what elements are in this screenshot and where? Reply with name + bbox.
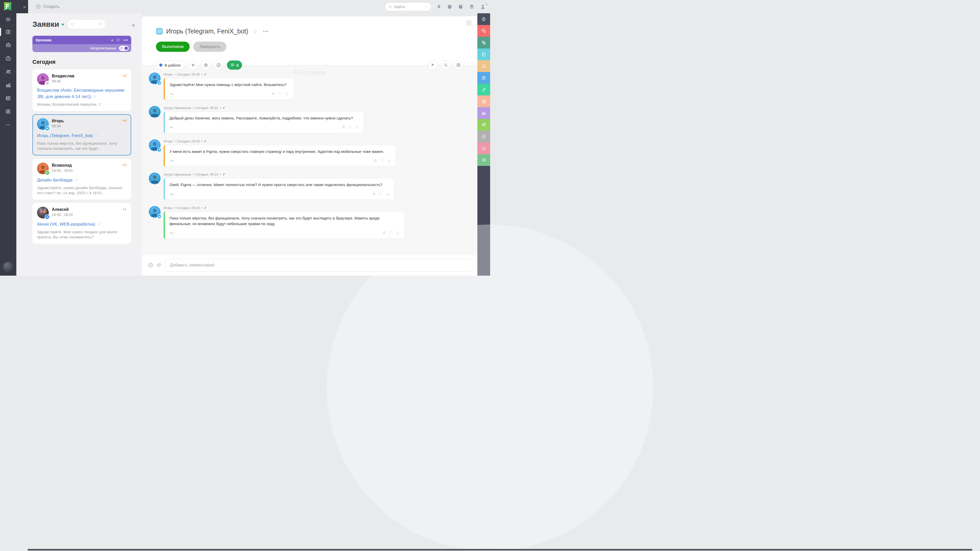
request-preview: Здравствуйте. Мне нужен лендинг для моег…: [37, 229, 127, 240]
heart-icon[interactable]: ♡: [389, 230, 393, 236]
message-time: Сегодня, 09:33: [195, 173, 218, 176]
heart-icon[interactable]: ♡: [379, 192, 383, 197]
user-avatar[interactable]: [3, 262, 13, 272]
reply-icon[interactable]: [170, 92, 174, 97]
expand-sidebar-icon[interactable]: »: [23, 3, 25, 10]
app-logo-icon[interactable]: [3, 2, 12, 11]
reply-icon[interactable]: [170, 231, 174, 235]
unread-label: Непрочитанные: [90, 46, 116, 50]
message: Игорь•Сегодня, 09:33•✓ У меня есть макет…: [149, 139, 477, 167]
request-time: 14-04 , 16:22: [52, 213, 73, 217]
comment-icon: [231, 63, 235, 67]
message-bubble: Здравствуйте! Мне нужна помощь с вёрстко…: [164, 78, 294, 100]
chronicle-more-icon[interactable]: •••: [123, 38, 128, 42]
deal-icon[interactable]: [201, 60, 211, 70]
pin-icon[interactable]: [371, 192, 376, 197]
layers-icon[interactable]: [469, 4, 474, 10]
request-link[interactable]: Дизайн билборда: [37, 178, 73, 183]
star-icon[interactable]: ☆: [253, 28, 258, 35]
panel-title-dropdown[interactable]: Заявки: [32, 20, 64, 29]
request-time: 09:40: [52, 79, 74, 83]
attach-icon[interactable]: [157, 263, 162, 268]
check-circle-icon[interactable]: [214, 60, 223, 70]
svg-text:?: ?: [460, 5, 461, 8]
avatar: [37, 163, 49, 174]
profile-icon[interactable]: 1: [480, 4, 485, 10]
panel-title: Заявки: [32, 20, 59, 29]
message-author: Артур Афанасьев: [164, 173, 191, 176]
message-time: Сегодня, 09:33: [177, 139, 200, 143]
filter-icon[interactable]: [99, 22, 103, 26]
scan-list-icon[interactable]: [116, 38, 120, 42]
help-icon[interactable]: ?: [458, 4, 463, 10]
add-icon[interactable]: [148, 262, 153, 268]
pin-icon[interactable]: [373, 159, 377, 163]
close-icon[interactable]: [466, 20, 472, 26]
message-bubble: Пока только вёрстка, без функционала. Хо…: [164, 211, 405, 239]
star-icon[interactable]: ☆: [94, 133, 99, 138]
list-search[interactable]: [68, 20, 105, 29]
reply-icon[interactable]: [170, 125, 174, 130]
pin-icon[interactable]: [341, 125, 345, 130]
unread-toggle[interactable]: [119, 46, 129, 51]
star-icon[interactable]: ☆: [387, 158, 391, 164]
pin-icon[interactable]: [382, 231, 386, 235]
reply-icon[interactable]: [170, 159, 174, 164]
star-icon[interactable]: ☆: [97, 222, 101, 227]
message-author: Игорь: [164, 139, 173, 143]
flag-icon[interactable]: [428, 60, 438, 70]
collapse-chronicle-icon[interactable]: «: [111, 38, 113, 42]
request-link[interactable]: Владислав (Avito, Беспроводные наушники …: [37, 88, 124, 99]
notes-icon[interactable]: [189, 60, 198, 70]
message-text: Здравствуйте! Мне нужна помощь с вёрстко…: [170, 82, 289, 87]
rocket-icon[interactable]: [436, 4, 441, 10]
telegram-channel-icon: [157, 214, 162, 219]
avatar: VK: [37, 207, 49, 218]
client-name: Алексей: [52, 207, 73, 212]
create-button[interactable]: Создать: [36, 4, 60, 9]
star-icon[interactable]: ☆: [74, 177, 78, 183]
request-link[interactable]: Alexei (VK, WEB-разработка): [37, 222, 95, 227]
message-feed: Сегодня Игорь•Сегодня, 09:30•✓ Здравству…: [142, 65, 477, 255]
client-name: Владислав: [52, 74, 74, 78]
done-button[interactable]: Выполнена: [156, 41, 190, 52]
global-search[interactable]: ☆: [385, 3, 431, 11]
pin-icon[interactable]: [271, 92, 275, 96]
message-bubble: Добрый день! Конечно, могу помочь. Расск…: [164, 111, 364, 133]
heart-icon[interactable]: ♡: [278, 91, 282, 97]
top-bar: » Создать ☆ ? 1: [0, 0, 490, 13]
reply-icon[interactable]: [170, 192, 174, 197]
comments-counter[interactable]: 4: [227, 60, 242, 70]
time-tracking-icon[interactable]: [447, 4, 452, 10]
brand-block: »: [0, 0, 28, 13]
request-card-selected[interactable]: Игорь 09:34 +4 Игорь (Telegram, FeniX_bo…: [32, 114, 131, 155]
star-icon[interactable]: ☆: [396, 230, 400, 236]
request-time: 14-04 , 16:51: [52, 168, 73, 173]
star-icon[interactable]: ☆: [93, 94, 97, 99]
chat-more-icon[interactable]: •••: [263, 29, 269, 34]
request-card[interactable]: VK Алексей 14-04 , 16:22 +1 Alexei (VK, …: [32, 203, 131, 244]
star-icon[interactable]: ☆: [285, 91, 289, 97]
request-card[interactable]: Всеволод 14-04 , 16:51 +2 Дизайн билборд…: [32, 159, 131, 200]
request-link[interactable]: Игорь (Telegram, FeniX_bot): [37, 133, 93, 138]
heart-icon[interactable]: ♡: [380, 158, 384, 164]
message-author: Игорь: [164, 206, 173, 210]
star-icon[interactable]: ☆: [355, 125, 359, 130]
profile-badge: 1: [485, 2, 487, 6]
calendar-icon[interactable]: [454, 60, 463, 70]
favorites-star-icon[interactable]: ☆: [424, 4, 428, 10]
list-search-input[interactable]: [76, 22, 97, 26]
star-icon[interactable]: ☆: [386, 192, 390, 197]
avatar: [37, 73, 49, 85]
collapse-panel-icon[interactable]: «: [132, 21, 135, 29]
search-icon[interactable]: [441, 60, 450, 70]
status-pill[interactable]: В работе: [156, 60, 185, 70]
comment-input[interactable]: [165, 259, 472, 272]
message-text: Окей, Figma — отлично. Макет полностью г…: [170, 182, 390, 187]
unread-counter: +2: [122, 73, 127, 85]
global-search-input[interactable]: [394, 5, 422, 9]
search-icon: [70, 22, 74, 26]
finish-button[interactable]: Завершить: [193, 41, 226, 52]
request-card[interactable]: Владислав 09:40 +2 Владислав (Avito, Бес…: [32, 70, 131, 111]
heart-icon[interactable]: ♡: [348, 125, 352, 130]
